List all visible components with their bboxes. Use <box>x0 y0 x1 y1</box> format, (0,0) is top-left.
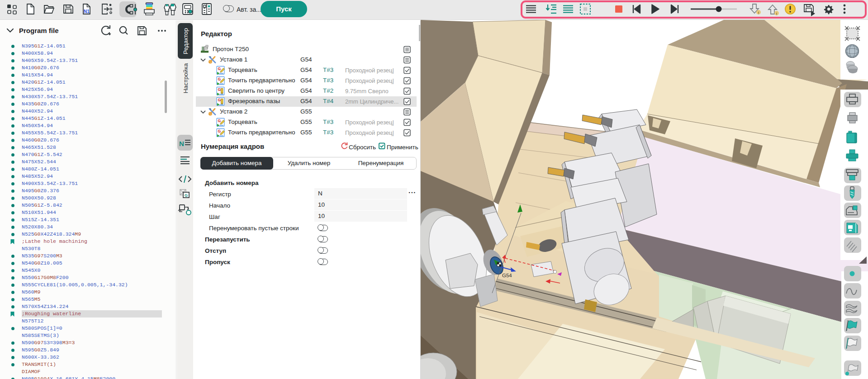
svg-text:G54: G54 <box>502 273 512 278</box>
